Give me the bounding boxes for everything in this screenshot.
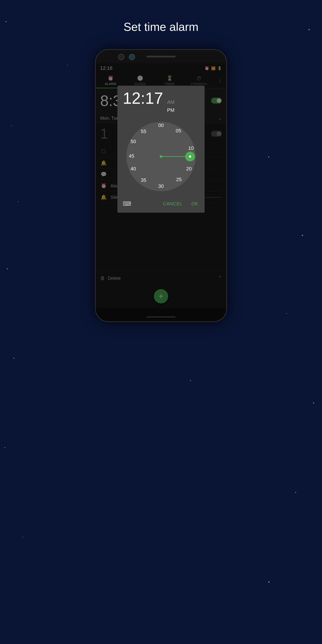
cancel-button[interactable]: CANCEL — [160, 200, 185, 208]
svg-text:45: 45 — [129, 153, 134, 159]
clock-face-container: 00 05 10 15 20 25 30 — [118, 116, 204, 197]
keyboard-button[interactable]: ⌨ — [121, 198, 133, 209]
svg-text:55: 55 — [141, 128, 146, 134]
pm-button[interactable]: PM — [165, 106, 176, 114]
svg-text:35: 35 — [141, 177, 146, 183]
time-picker-dialog[interactable]: 12:17 AM PM 00 — [118, 86, 204, 213]
ok-button[interactable]: OK — [189, 200, 201, 208]
phone-camera-right — [129, 54, 135, 60]
svg-text:00: 00 — [158, 122, 164, 128]
page-title: Set time alarm — [124, 20, 198, 34]
phone-camera-left — [118, 54, 124, 60]
clock-face[interactable]: 00 05 10 15 20 25 30 — [123, 118, 199, 194]
phone-screen: 12:16 ⏰ 📶 🔋 ⏰ ALARM 🕐 CLOCK ⏳ TIMER ⏱ — [96, 63, 226, 321]
svg-text:20: 20 — [186, 166, 192, 172]
time-minutes[interactable]: 17 — [145, 89, 163, 107]
ampm-group: AM PM — [165, 98, 176, 114]
time-picker-header: 12:17 AM PM — [118, 86, 204, 116]
svg-text:05: 05 — [176, 128, 181, 134]
svg-text:30: 30 — [158, 183, 164, 189]
phone-top-bar — [96, 50, 226, 63]
svg-text:40: 40 — [130, 166, 136, 172]
am-button[interactable]: AM — [165, 98, 176, 106]
svg-text:10: 10 — [188, 145, 194, 151]
svg-text:25: 25 — [176, 177, 182, 182]
dialog-actions: CANCEL OK — [160, 200, 201, 208]
clock-svg: 00 05 10 15 20 25 30 — [123, 118, 199, 194]
dialog-overlay: 12:17 AM PM 00 — [96, 63, 226, 321]
svg-text:50: 50 — [130, 139, 136, 144]
svg-point-16 — [189, 156, 191, 158]
time-picker-display: 12:17 — [123, 90, 163, 106]
phone-frame: 12:16 ⏰ 📶 🔋 ⏰ ALARM 🕐 CLOCK ⏳ TIMER ⏱ — [95, 49, 227, 322]
time-hours[interactable]: 12 — [123, 89, 141, 107]
dialog-buttons: ⌨ CANCEL OK — [118, 197, 204, 213]
phone-speaker — [146, 56, 176, 58]
